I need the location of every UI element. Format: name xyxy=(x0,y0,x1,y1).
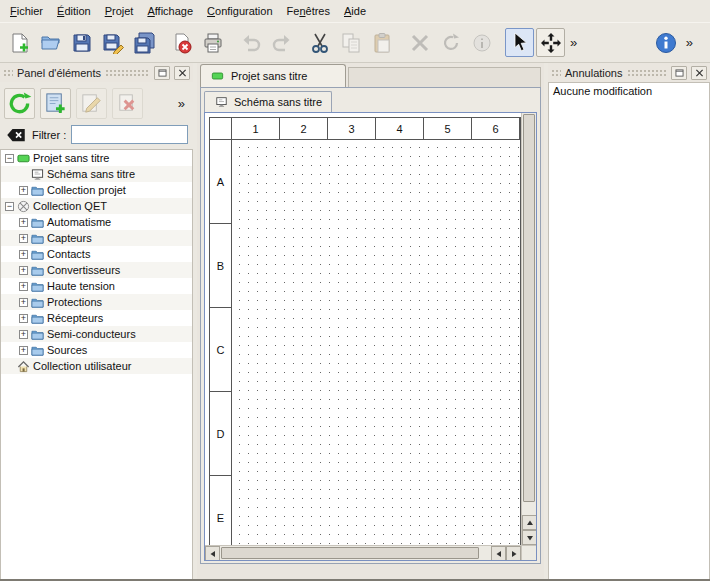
expand-toggle[interactable]: + xyxy=(19,218,28,227)
undo-button[interactable] xyxy=(236,28,265,57)
tree-item-sources[interactable]: +Sources xyxy=(1,342,192,358)
hscroll-track[interactable] xyxy=(480,546,491,560)
scroll-up-button[interactable] xyxy=(522,515,536,530)
toolbar-group-clipboard xyxy=(305,28,396,57)
toolbar-group-edit xyxy=(405,28,496,57)
tree-item-semi-conducteurs[interactable]: +Semi-conducteurs xyxy=(1,326,192,342)
dock-handle[interactable] xyxy=(551,69,561,77)
column-header: 3 xyxy=(328,118,376,139)
expand-toggle[interactable]: + xyxy=(19,330,28,339)
paste-icon xyxy=(371,32,393,54)
expand-toggle[interactable]: + xyxy=(19,234,28,243)
expand-toggle[interactable]: + xyxy=(19,282,28,291)
paste-button[interactable] xyxy=(367,28,396,57)
horizontal-scrollbar[interactable] xyxy=(205,546,521,560)
close-dock-button[interactable] xyxy=(174,66,190,80)
save-as-button[interactable] xyxy=(98,28,127,57)
rotate-button[interactable] xyxy=(436,28,465,57)
expand-toggle[interactable]: + xyxy=(19,250,28,259)
toolbar-overflow-chevron[interactable]: » xyxy=(683,35,696,50)
vertical-scrollbar[interactable] xyxy=(521,113,536,545)
tree-item-contacts[interactable]: +Contacts xyxy=(1,246,192,262)
menu-item-configuration[interactable]: Configuration xyxy=(200,2,279,20)
expand-toggle[interactable]: + xyxy=(19,314,28,323)
scroll-down-button[interactable] xyxy=(522,530,536,545)
cut-icon xyxy=(309,32,331,54)
expand-toggle[interactable]: + xyxy=(19,266,28,275)
edit-element-button[interactable] xyxy=(76,88,107,119)
close-file-button[interactable] xyxy=(167,28,196,57)
toolbar-overflow-chevron[interactable]: » xyxy=(567,35,580,50)
cut-button[interactable] xyxy=(305,28,334,57)
vscroll-track[interactable] xyxy=(522,503,536,515)
copy-button[interactable] xyxy=(336,28,365,57)
open-project-button[interactable] xyxy=(36,28,65,57)
toolbar-group-undo-redo xyxy=(236,28,296,57)
dock-handle[interactable] xyxy=(627,69,668,77)
menu-item-affichage[interactable]: Affichage xyxy=(140,2,200,20)
menu-item-edition[interactable]: Édition xyxy=(50,2,98,20)
undo-list-item[interactable]: Aucune modification xyxy=(549,83,709,99)
scroll-mode-button[interactable] xyxy=(536,28,565,57)
tree-item-collection-qet[interactable]: −Collection QET xyxy=(1,198,192,214)
dock-handle[interactable] xyxy=(3,69,13,77)
tree-item-label: Semi-conducteurs xyxy=(47,328,136,340)
hscroll-thumb[interactable] xyxy=(221,547,479,559)
home-icon xyxy=(17,360,30,373)
schema-tab[interactable]: Schéma sans titre xyxy=(204,91,332,112)
vscroll-thumb[interactable] xyxy=(523,114,535,502)
tree-item-projet-sans-titre[interactable]: −Projet sans titre xyxy=(1,150,192,166)
tree-item-schema-sans-titre[interactable]: Schéma sans titre xyxy=(1,166,192,182)
row-header: B xyxy=(210,224,231,308)
close-dock-button[interactable] xyxy=(691,66,707,80)
tree-item-protections[interactable]: +Protections xyxy=(1,294,192,310)
new-project-button[interactable] xyxy=(5,28,34,57)
collapse-toggle[interactable]: − xyxy=(5,202,14,211)
menu-item-aide[interactable]: Aide xyxy=(337,2,373,20)
row-headers: ABCDE xyxy=(210,140,232,545)
clear-filter-icon xyxy=(6,128,26,142)
reload-collections-button[interactable] xyxy=(4,88,35,119)
scroll-left-button[interactable] xyxy=(205,546,220,561)
save-button[interactable] xyxy=(67,28,96,57)
scroll-left-end-button[interactable] xyxy=(491,546,506,561)
tree-item-collection-utilisateur[interactable]: Collection utilisateur xyxy=(1,358,192,374)
float-dock-button[interactable] xyxy=(671,66,687,80)
tree-item-capteurs[interactable]: +Capteurs xyxy=(1,230,192,246)
delete-element-button[interactable] xyxy=(112,88,143,119)
redo-button[interactable] xyxy=(267,28,296,57)
selection-mode-button[interactable] xyxy=(505,28,534,57)
expand-toggle[interactable]: + xyxy=(19,186,28,195)
filter-input[interactable] xyxy=(71,125,188,144)
menu-item-projet[interactable]: Projet xyxy=(98,2,141,20)
diagram-viewport[interactable]: 123456 ABCDE xyxy=(205,113,521,545)
diagram-canvas[interactable] xyxy=(232,140,520,545)
tree-item-haute-tension[interactable]: +Haute tension xyxy=(1,278,192,294)
project-tab[interactable]: Projet sans titre xyxy=(200,64,346,87)
folder-icon xyxy=(31,328,44,341)
panel-overflow-chevron[interactable]: » xyxy=(175,96,188,111)
delete-button[interactable] xyxy=(405,28,434,57)
menu-item-fichier[interactable]: Fichier xyxy=(3,2,50,20)
float-dock-button[interactable] xyxy=(154,66,170,80)
conductor-info-button[interactable] xyxy=(467,28,496,57)
collapse-toggle[interactable]: − xyxy=(5,154,14,163)
save-all-button[interactable] xyxy=(129,28,158,57)
tree-item-label: Contacts xyxy=(47,248,90,260)
mdi-area: Projet sans titre Schéma sans titre xyxy=(197,63,544,579)
info-big-icon xyxy=(655,32,677,54)
about-button[interactable] xyxy=(652,28,681,57)
tree-item-convertisseurs[interactable]: +Convertisseurs xyxy=(1,262,192,278)
project-icon xyxy=(210,70,225,82)
tree-item-automatisme[interactable]: +Automatisme xyxy=(1,214,192,230)
clear-filter-button[interactable] xyxy=(5,127,27,143)
tree-item-recepteurs[interactable]: +Récepteurs xyxy=(1,310,192,326)
print-button[interactable] xyxy=(198,28,227,57)
tree-item-collection-projet[interactable]: +Collection projet xyxy=(1,182,192,198)
dock-handle[interactable] xyxy=(105,69,150,77)
menu-item-fenetres[interactable]: Fenêtres xyxy=(280,2,337,20)
expand-toggle[interactable]: + xyxy=(19,346,28,355)
scroll-right-button[interactable] xyxy=(506,546,521,561)
new-element-button[interactable] xyxy=(40,88,71,119)
expand-toggle[interactable]: + xyxy=(19,298,28,307)
